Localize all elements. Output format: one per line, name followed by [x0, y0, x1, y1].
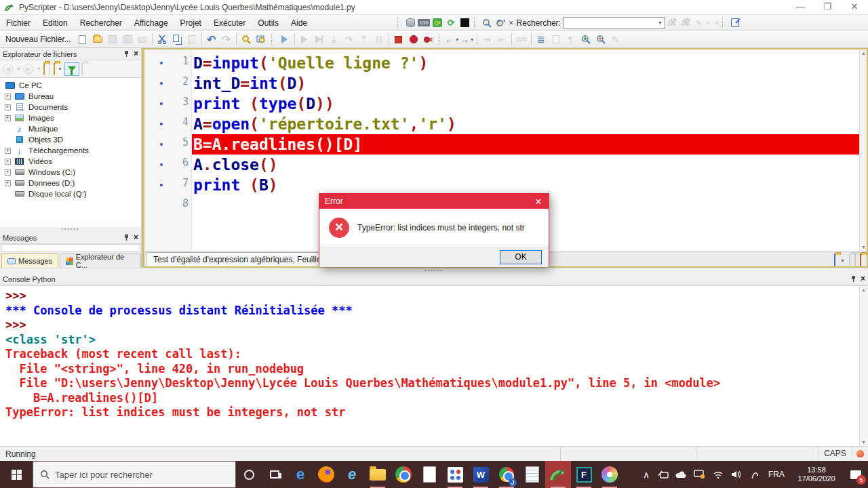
whitespace-icon[interactable]: ### — [514, 33, 529, 46]
tree-item-musique[interactable]: ♪Musique — [0, 123, 141, 134]
close-panel-icon[interactable]: × — [861, 275, 865, 283]
ok-button[interactable]: OK — [500, 250, 542, 264]
pin-icon[interactable] — [123, 50, 130, 58]
tab-messages[interactable]: Messages — [1, 253, 58, 268]
search-prev-icon[interactable]: 𝓡 — [665, 17, 679, 29]
taskbar-app-internet-explorer[interactable]: e — [339, 461, 365, 488]
copy-icon[interactable] — [170, 33, 184, 46]
tree-item-videos[interactable]: +Vidéos — [0, 156, 141, 167]
next-tab-icon[interactable] — [854, 254, 856, 266]
tree-item-bureau[interactable]: +Bureau — [0, 91, 141, 102]
step-out-icon[interactable]: ⤒ — [357, 33, 372, 46]
tab-list-icon[interactable] — [834, 254, 835, 266]
chevron-down-icon[interactable]: ▼ — [658, 20, 665, 25]
run-to-cursor-icon[interactable] — [312, 33, 327, 46]
qt-icon[interactable]: Qt — [431, 17, 444, 29]
run-icon[interactable] — [277, 33, 292, 46]
filter-icon[interactable] — [64, 62, 79, 76]
code-line-2[interactable]: 2int_D=int(D) — [144, 73, 859, 94]
scroll-down-icon[interactable]: ▼ — [861, 440, 867, 445]
cortana-icon[interactable] — [236, 461, 262, 488]
navigate-back-icon[interactable]: ←▼ — [445, 33, 460, 46]
new-file-icon[interactable] — [75, 33, 90, 46]
search-icon[interactable] — [480, 17, 494, 29]
taskbar-app-palette[interactable] — [597, 461, 623, 488]
menu-executer[interactable]: Exécuter — [208, 16, 252, 30]
taskbar-app-firefox[interactable] — [313, 461, 339, 488]
stop-icon[interactable] — [391, 33, 406, 46]
taskbar-app-edge[interactable]: e — [288, 461, 313, 488]
translation-icon[interactable]: 100 — [417, 17, 431, 29]
zoom-out-icon[interactable] — [593, 33, 608, 46]
action-center-icon[interactable]: 5 — [844, 461, 868, 488]
edit-pen-icon[interactable]: ✎ — [608, 33, 623, 46]
taskbar-app-file-explorer[interactable] — [365, 461, 391, 488]
onedrive-cloud-icon[interactable] — [672, 461, 690, 488]
close-panel-icon[interactable]: × — [134, 50, 138, 58]
scroll-up-icon[interactable]: ▲ — [861, 51, 867, 56]
expand-icon[interactable]: + — [5, 115, 11, 121]
dialog-close-icon[interactable]: ✕ — [528, 197, 549, 207]
expand-icon[interactable]: + — [5, 169, 11, 176]
cut-icon[interactable] — [155, 33, 170, 46]
tree-item-telechargements[interactable]: +↓Téléchargements — [0, 145, 141, 156]
external-editor-icon[interactable] — [728, 17, 742, 29]
display-notification-icon[interactable] — [690, 461, 709, 488]
menu-rechercher[interactable]: Rechercher — [74, 16, 128, 30]
close-button[interactable]: ✕ — [841, 0, 868, 14]
outdent-icon[interactable]: ⇤ — [494, 33, 509, 46]
tree-item-documents[interactable]: +Documents — [0, 102, 141, 113]
pen-device-icon[interactable] — [654, 461, 672, 488]
menu-affichage[interactable]: Affichage — [128, 16, 174, 30]
pin-icon[interactable] — [850, 275, 857, 283]
code-line-5-error-highlight[interactable]: 5B=A.readlines()[D] — [144, 134, 859, 155]
code-line-1[interactable]: 1D=input('Quelle ligne ?') — [144, 53, 859, 73]
console-output[interactable]: >>> *** Console de processus distant Réi… — [0, 285, 868, 446]
replace-all-icon[interactable]: A→B — [706, 17, 719, 29]
tree-item-donnees-d[interactable]: +Donnees (D:) — [0, 178, 141, 188]
record-icon[interactable] — [406, 33, 421, 46]
new-file-button[interactable]: Nouveau Fichier... — [0, 35, 75, 44]
zoom-in-icon[interactable] — [578, 33, 593, 46]
restore-button[interactable]: ❐ — [814, 0, 841, 14]
expand-icon[interactable]: + — [5, 94, 11, 100]
expand-icon[interactable]: + — [5, 148, 11, 154]
step-into-icon[interactable]: ⤓ — [327, 33, 342, 46]
expand-icon[interactable]: + — [5, 159, 11, 165]
taskbar-search-input[interactable]: Taper ici pour rechercher — [33, 461, 236, 488]
format-icon[interactable] — [549, 33, 564, 46]
forward-icon[interactable]: ► — [23, 64, 34, 75]
taskbar-app-blue[interactable]: W — [468, 461, 494, 488]
code-line-3[interactable]: 3print (type(D)) — [144, 94, 859, 114]
numbered-list-icon[interactable]: ≣ — [534, 33, 549, 46]
code-line-7[interactable]: 7print (B) — [144, 175, 859, 195]
task-view-icon[interactable] — [262, 461, 288, 488]
taskbar-app-pyscripter[interactable] — [545, 461, 571, 488]
debug-icon[interactable] — [297, 33, 312, 46]
paragraph-marks-icon[interactable]: ¶ — [564, 33, 578, 46]
scroll-up-icon[interactable]: ▲ — [861, 287, 867, 292]
editor-tab-feuille-a[interactable]: Test d'égalité d'expression algébriques,… — [146, 252, 347, 266]
menu-fichier[interactable]: Fichier — [0, 16, 37, 30]
menu-outils[interactable]: Outils — [252, 16, 285, 30]
open-folder-icon[interactable] — [43, 63, 45, 75]
black-square-icon[interactable] — [458, 17, 471, 29]
dock-splitter[interactable]: •••••• — [0, 227, 141, 232]
taskbar-clock[interactable]: 13:58 17/06/2020 — [789, 466, 844, 483]
pin-icon[interactable] — [123, 234, 130, 241]
hidden-icons-chevron[interactable]: ∧ — [639, 470, 654, 480]
prev-tab-icon[interactable] — [849, 254, 850, 266]
print-icon[interactable] — [135, 33, 150, 46]
wifi-icon[interactable] — [709, 461, 727, 488]
step-over-icon[interactable]: ↷ — [342, 33, 357, 46]
highlight-icon[interactable]: ✎ — [692, 17, 706, 29]
tree-options-icon[interactable] — [54, 63, 55, 75]
tree-item-disque-q[interactable]: Disque local (Q:) — [0, 188, 141, 199]
redo-icon[interactable]: ↷ — [219, 33, 234, 46]
taskbar-app-chrome[interactable] — [391, 461, 416, 488]
pause-icon[interactable] — [372, 33, 387, 46]
tab-code-explorer[interactable]: Explorateur de C... — [60, 253, 141, 268]
tree-item-images[interactable]: +Images — [0, 113, 141, 123]
ink-pen-icon[interactable] — [745, 461, 764, 488]
tree-item-windows-c[interactable]: +Windows (C:) — [0, 167, 141, 178]
